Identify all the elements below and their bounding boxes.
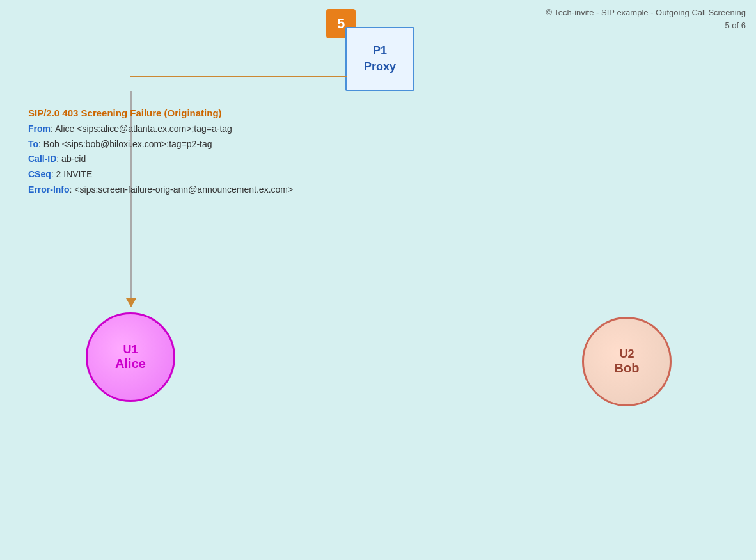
cseq-label: CSeq <box>28 169 51 179</box>
copyright-line2: 5 of 6 <box>546 19 746 32</box>
proxy-box: P1 Proxy <box>345 27 414 91</box>
copyright-block: © Tech-invite - SIP example - Outgoing C… <box>546 6 746 31</box>
alice-name: Alice <box>115 356 146 371</box>
alice-id: U1 <box>123 343 138 356</box>
errorinfo-label: Error-Info <box>28 184 70 195</box>
proxy-id: P1 <box>373 43 387 59</box>
callid-value: : ab-cid <box>56 154 86 164</box>
bob-id: U2 <box>619 348 634 361</box>
sip-status-line: SIP/2.0 403 Screening Failure (Originati… <box>28 108 222 118</box>
errorinfo-value: : <sips:screen-failure-orig-ann@announce… <box>70 184 294 195</box>
callid-label: Call-ID <box>28 154 56 164</box>
proxy-label: Proxy <box>364 59 396 75</box>
sip-message-block: SIP/2.0 403 Screening Failure (Originati… <box>28 105 293 198</box>
arrow-head-icon <box>126 298 136 307</box>
bob-node: U2 Bob <box>582 317 672 406</box>
alice-node: U1 Alice <box>86 312 175 402</box>
cseq-value: : 2 INVITE <box>51 169 93 179</box>
horizontal-arrow-line <box>130 76 347 77</box>
from-value: : Alice <sips:alice@atlanta.ex.com>;tag=… <box>51 124 232 134</box>
to-label: To <box>28 139 38 149</box>
copyright-line1: © Tech-invite - SIP example - Outgoing C… <box>546 6 746 19</box>
to-value: : Bob <sips:bob@biloxi.ex.com>;tag=p2-ta… <box>38 139 212 149</box>
step-number: 5 <box>337 15 345 32</box>
bob-name: Bob <box>615 361 640 376</box>
from-label: From <box>28 124 51 134</box>
